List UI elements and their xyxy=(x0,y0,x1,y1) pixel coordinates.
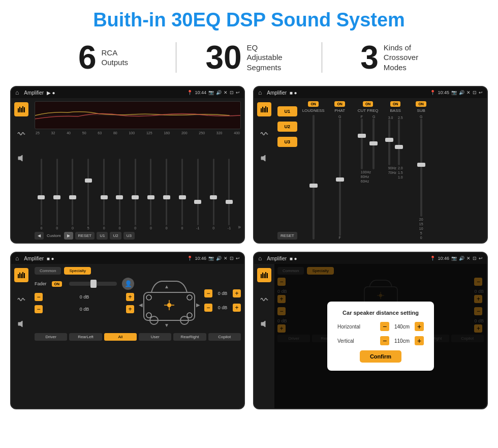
dlg-sidebar-equalizer-icon[interactable] xyxy=(257,268,271,282)
cx-reset-button[interactable]: RESET xyxy=(277,232,297,240)
cx-phat-g-label: G xyxy=(338,115,341,118)
cx-sidebar-speaker-icon[interactable] xyxy=(257,151,271,165)
fd-minus-left-2[interactable]: − xyxy=(35,305,43,313)
eq-sidebar xyxy=(11,98,32,243)
fd-status-icons: 📍10:46 📷🔊✕⊡↩ xyxy=(187,256,240,261)
dlg-title: Amplifier ■ ● xyxy=(267,256,427,261)
fd-vol-right-2: − 0 dB + xyxy=(204,304,241,312)
cx-cutfreq-col: ON CUT FREQ F 100Hz 80Hz 60Hz xyxy=(354,101,382,240)
fd-tab-common[interactable]: Common xyxy=(35,267,61,275)
eq-sidebar-equalizer-icon[interactable] xyxy=(14,102,28,116)
fd-vol-right-1-value: 0 dB xyxy=(215,291,230,296)
horizontal-minus-btn[interactable]: − xyxy=(380,322,389,331)
fd-rearleft-btn[interactable]: RearLeft xyxy=(69,333,102,341)
horizontal-row: Horizontal − 140cm + xyxy=(337,322,424,331)
svg-text:▼: ▼ xyxy=(164,322,169,328)
fd-copilot-btn[interactable]: Copilot xyxy=(208,333,241,341)
eq-slider-10[interactable]: 0 xyxy=(175,159,189,230)
fd-sidebar xyxy=(11,264,32,408)
eq-prev-button[interactable]: ◀ xyxy=(35,232,44,240)
eq-play-button[interactable]: ▶ xyxy=(64,232,73,240)
fd-plus-right-2[interactable]: + xyxy=(233,304,241,312)
eq-sidebar-wave-icon[interactable] xyxy=(14,127,28,141)
svg-rect-4 xyxy=(24,107,25,112)
svg-point-25 xyxy=(146,295,151,300)
eq-slider-12[interactable]: 0 xyxy=(207,159,221,230)
eq-reset-button[interactable]: RESET xyxy=(75,232,95,240)
dlg-sidebar-speaker-icon[interactable] xyxy=(257,317,271,331)
cx-phat-on[interactable]: ON xyxy=(334,101,345,107)
svg-marker-5 xyxy=(18,155,22,161)
cx-home-icon[interactable]: ⌂ xyxy=(258,89,262,96)
eq-slider-11[interactable]: -1 xyxy=(191,159,205,230)
svg-point-27 xyxy=(146,313,151,318)
fd-driver-btn[interactable]: Driver xyxy=(35,333,67,341)
fd-all-btn[interactable]: All xyxy=(104,333,137,341)
eq-sidebar-speaker-icon[interactable] xyxy=(14,151,28,165)
eq-u1-button[interactable]: U1 xyxy=(97,232,108,240)
eq-slider-8[interactable]: 0 xyxy=(144,159,158,230)
fd-user-btn[interactable]: User xyxy=(139,333,171,341)
dlg-sidebar-wave-icon[interactable] xyxy=(257,292,271,307)
eq-slider-3[interactable]: 0 xyxy=(66,159,80,230)
fd-tabs-row: Common Specialty xyxy=(35,267,134,275)
svg-rect-0 xyxy=(18,108,19,112)
eq-slider-5[interactable]: 0 xyxy=(97,159,111,230)
fd-vol-right-2-value: 0 dB xyxy=(215,305,230,310)
fd-plus-left-2[interactable]: + xyxy=(126,305,134,313)
svg-marker-12 xyxy=(261,155,265,161)
fd-sidebar-speaker-icon[interactable] xyxy=(14,317,28,331)
cx-u3-button[interactable]: U3 xyxy=(277,137,297,147)
eq-slider-4[interactable]: 5 xyxy=(81,159,95,230)
eq-main-area: 2532 4050 6380 100125 160200 250320 400 … xyxy=(32,98,244,243)
svg-rect-2 xyxy=(21,108,22,112)
cx-loudness-on[interactable]: ON xyxy=(308,101,319,107)
cx-u2-button[interactable]: U2 xyxy=(277,122,297,132)
horizontal-plus-btn[interactable]: + xyxy=(415,322,424,331)
confirm-button[interactable]: Confirm xyxy=(360,350,401,363)
fd-plus-left-1[interactable]: + xyxy=(126,293,134,301)
dialog-title: Car speaker distance setting xyxy=(337,310,424,316)
fd-plus-right-1[interactable]: + xyxy=(233,289,241,297)
dlg-home-icon[interactable]: ⌂ xyxy=(258,255,262,262)
eq-u3-button[interactable]: U3 xyxy=(123,232,135,240)
cx-bass-on[interactable]: ON xyxy=(390,101,401,107)
fd-minus-right-1[interactable]: − xyxy=(204,289,212,297)
fd-sidebar-wave-icon[interactable] xyxy=(14,292,28,307)
cx-u1-button[interactable]: U1 xyxy=(277,106,297,116)
fd-minus-left-1[interactable]: − xyxy=(35,293,43,301)
fd-home-icon[interactable]: ⌂ xyxy=(15,255,19,262)
fd-sidebar-equalizer-icon[interactable] xyxy=(14,268,28,282)
eq-u2-button[interactable]: U2 xyxy=(110,232,121,240)
cx-sub-on[interactable]: ON xyxy=(416,101,426,107)
eq-expand-icon[interactable]: » xyxy=(238,224,241,230)
eq-slider-9[interactable]: 0 xyxy=(160,159,173,230)
svg-rect-7 xyxy=(261,108,262,112)
fd-on-badge[interactable]: ON xyxy=(52,281,63,287)
stat-crossover: 3 Kinds ofCrossover Modes xyxy=(322,41,468,74)
eq-slider-1[interactable]: 0 xyxy=(35,159,48,230)
cx-phat-freq: F xyxy=(339,236,341,240)
eq-slider-6[interactable]: 0 xyxy=(113,159,127,230)
fd-minus-right-2[interactable]: − xyxy=(204,304,212,312)
stat-text-eq: EQ AdjustableSegments xyxy=(247,43,293,73)
eq-slider-13[interactable]: -1 xyxy=(223,159,236,230)
cx-sidebar-wave-icon[interactable] xyxy=(257,127,271,141)
eq-custom-label: Custom xyxy=(47,233,61,238)
fd-rearright-btn[interactable]: RearRight xyxy=(173,333,206,341)
svg-rect-36 xyxy=(265,272,266,278)
fd-fader-track[interactable] xyxy=(69,282,117,286)
cx-cutfreq-on[interactable]: ON xyxy=(363,101,374,107)
fader-status-bar: ⌂ Amplifier ■ ● 📍10:46 📷🔊✕⊡↩ xyxy=(11,253,244,264)
eq-slider-2[interactable]: 0 xyxy=(50,159,64,230)
eq-status-bar: ⌂ Amplifier ▶ ● 📍10:44 📷🔊✕⊡↩ xyxy=(11,87,244,98)
cx-u-buttons-col: U1 U2 U3 RESET xyxy=(277,101,297,240)
crossover-screen-card: ⌂ Amplifier ■ ● 📍10:45 📷🔊✕⊡↩ xyxy=(253,86,488,244)
vertical-plus-btn[interactable]: + xyxy=(415,336,424,345)
dialog-screen-card: ⌂ Amplifier ■ ● 📍10:46 📷🔊✕⊡↩ xyxy=(253,252,488,409)
home-icon[interactable]: ⌂ xyxy=(15,89,19,96)
eq-slider-7[interactable]: 0 xyxy=(129,159,142,230)
vertical-minus-btn[interactable]: − xyxy=(380,336,389,345)
fd-tab-specialty[interactable]: Specialty xyxy=(64,267,90,275)
cx-sidebar-equalizer-icon[interactable] xyxy=(257,102,271,116)
